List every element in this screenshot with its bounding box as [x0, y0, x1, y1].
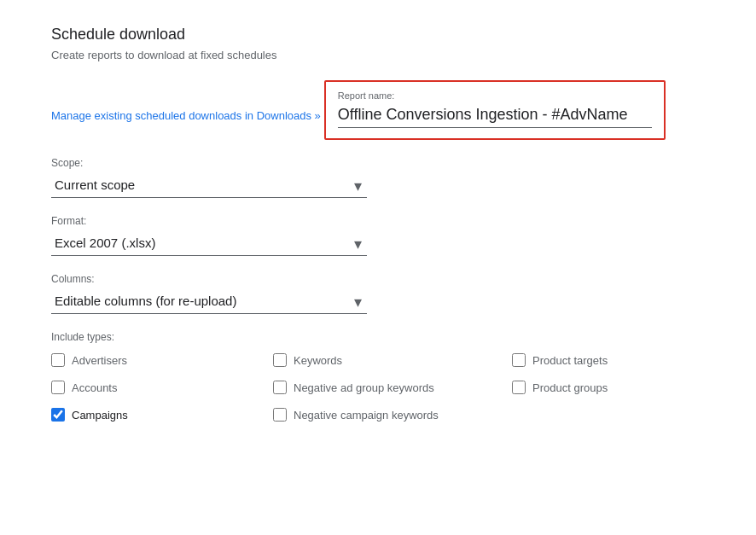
columns-dropdown-wrapper: Editable columns (for re-upload) All col… [51, 290, 367, 314]
scope-dropdown-wrapper: Current scope All accounts ▾ [51, 174, 367, 198]
product-groups-checkbox[interactable] [512, 381, 526, 394]
checkbox-negative-adgroup-keywords: Negative ad group keywords [273, 381, 512, 394]
format-label: Format: [51, 215, 705, 227]
product-targets-checkbox[interactable] [512, 353, 526, 367]
checkbox-campaigns: Campaigns [51, 408, 273, 422]
report-name-label: Report name: [338, 90, 652, 101]
keywords-checkbox[interactable] [273, 353, 287, 367]
report-name-box: Report name: [324, 80, 666, 140]
accounts-label: Accounts [72, 381, 117, 394]
checkbox-advertisers: Advertisers [51, 353, 273, 367]
scope-dropdown[interactable]: Current scope All accounts [51, 174, 367, 198]
columns-dropdown[interactable]: Editable columns (for re-upload) All col… [51, 290, 367, 314]
page-title: Schedule download [51, 26, 705, 44]
negative-adgroup-keywords-checkbox[interactable] [273, 381, 287, 394]
scope-section: Scope: Current scope All accounts ▾ [51, 157, 705, 198]
checkbox-negative-campaign-keywords: Negative campaign keywords [273, 408, 512, 422]
product-groups-label: Product groups [532, 381, 608, 394]
manage-downloads-link[interactable]: Manage existing scheduled downloads in D… [51, 109, 321, 122]
checkbox-product-targets: Product targets [512, 353, 734, 367]
checkbox-keywords: Keywords [273, 353, 512, 367]
product-targets-label: Product targets [532, 354, 608, 367]
advertisers-label: Advertisers [72, 354, 127, 367]
campaigns-label: Campaigns [72, 409, 128, 422]
campaigns-checkbox[interactable] [51, 408, 65, 422]
accounts-checkbox[interactable] [51, 381, 65, 394]
include-types-section: Include types: Advertisers Keywords Prod… [51, 331, 705, 422]
keywords-label: Keywords [294, 354, 342, 367]
include-types-label: Include types: [51, 331, 705, 343]
checkbox-accounts: Accounts [51, 381, 273, 394]
format-section: Format: Excel 2007 (.xlsx) CSV TSV ▾ [51, 215, 705, 256]
scope-label: Scope: [51, 157, 705, 169]
format-dropdown[interactable]: Excel 2007 (.xlsx) CSV TSV [51, 232, 367, 256]
page-subtitle: Create reports to download at fixed sche… [51, 49, 705, 61]
columns-label: Columns: [51, 273, 705, 285]
advertisers-checkbox[interactable] [51, 353, 65, 367]
checkbox-product-groups: Product groups [512, 381, 734, 394]
negative-campaign-keywords-checkbox[interactable] [273, 408, 287, 422]
format-dropdown-wrapper: Excel 2007 (.xlsx) CSV TSV ▾ [51, 232, 367, 256]
negative-adgroup-keywords-label: Negative ad group keywords [294, 381, 434, 394]
negative-campaign-keywords-label: Negative campaign keywords [294, 409, 439, 422]
columns-section: Columns: Editable columns (for re-upload… [51, 273, 705, 314]
report-name-input[interactable] [338, 106, 652, 128]
checkboxes-grid: Advertisers Keywords Product targets Acc… [51, 353, 705, 422]
